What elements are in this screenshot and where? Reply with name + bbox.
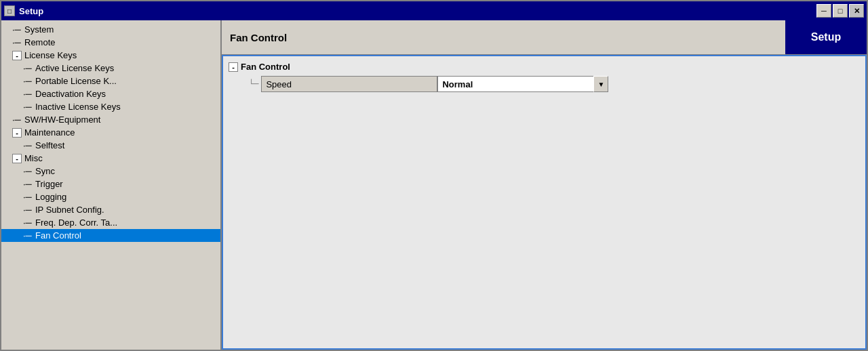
leaf-connector: ·─: [23, 76, 33, 86]
leaf-connector: ·─: [12, 24, 22, 35]
leaf-connector: ·─: [23, 63, 33, 73]
leaf-connector: ·─: [23, 166, 33, 176]
leaf-connector: ·─: [23, 89, 33, 99]
leaf-connector: ·─: [23, 230, 33, 241]
tree-panel: ·─ System ·─ Remote - License Keys ·─ Ac…: [1, 20, 222, 350]
sidebar-item-label: Remote: [24, 37, 56, 47]
sidebar-item-active-license-keys[interactable]: ·─ Active License Keys: [1, 62, 220, 75]
expand-icon[interactable]: -: [12, 51, 22, 60]
sidebar-item-label: Maintenance: [24, 127, 75, 138]
property-value: Normal ▼: [437, 76, 608, 92]
window-icon: □: [4, 5, 15, 16]
sidebar-item-portable-license-keys[interactable]: ·─ Portable License K...: [1, 75, 220, 87]
setup-button[interactable]: Setup: [785, 20, 867, 54]
sidebar-item-fan-control[interactable]: ·─ Fan Control: [1, 229, 220, 242]
title-bar: □ Setup ─ □ ✕: [1, 1, 867, 20]
sidebar-item-label: Deactivation Keys: [35, 89, 106, 99]
leaf-connector: ·─: [23, 140, 33, 150]
titlebar-buttons: ─ □ ✕: [816, 4, 864, 18]
property-label: Speed: [261, 76, 437, 92]
panel-title: Fan Control: [222, 26, 785, 49]
sidebar-item-label: Selftest: [35, 140, 64, 150]
property-connector: └─: [249, 79, 258, 89]
leaf-connector: ·─: [23, 205, 33, 215]
sidebar-item-label: Trigger: [35, 179, 63, 189]
leaf-connector: ·─: [12, 115, 22, 125]
expand-icon[interactable]: -: [12, 128, 22, 138]
sidebar-item-label: Misc: [24, 153, 43, 163]
minimize-button[interactable]: ─: [816, 4, 831, 18]
sidebar-item-swhw-equipment[interactable]: ·─ SW/HW-Equipment: [1, 113, 220, 126]
dropdown-arrow-icon[interactable]: ▼: [593, 76, 608, 92]
leaf-connector: ·─: [23, 102, 33, 112]
restore-button[interactable]: □: [833, 4, 848, 18]
sidebar-item-label: License Keys: [24, 50, 77, 60]
leaf-connector: ·─: [23, 192, 33, 202]
main-window: □ Setup ─ □ ✕ ·─ System ·─ Remote -: [0, 0, 868, 351]
fan-control-section: - Fan Control └─ Speed Normal ▼: [223, 56, 865, 98]
sidebar-item-selftest[interactable]: ·─ Selftest: [1, 139, 220, 152]
panel-header: Fan Control Setup: [222, 20, 867, 55]
sidebar-item-remote[interactable]: ·─ Remote: [1, 36, 220, 49]
sidebar-item-label: Inactive License Keys: [35, 102, 121, 112]
sidebar-item-label: Portable License K...: [35, 76, 117, 86]
main-content: ·─ System ·─ Remote - License Keys ·─ Ac…: [1, 20, 867, 350]
sidebar-item-misc[interactable]: - Misc: [1, 152, 220, 165]
sidebar-item-label: IP Subnet Config.: [35, 205, 104, 215]
section-expand-icon[interactable]: -: [229, 62, 238, 72]
leaf-connector: ·─: [12, 37, 22, 47]
sidebar-item-label: System: [24, 24, 54, 35]
property-row: └─ Speed Normal ▼: [249, 76, 860, 92]
leaf-connector: ·─: [23, 179, 33, 189]
expand-icon[interactable]: -: [12, 154, 22, 163]
sidebar-item-system[interactable]: ·─ System: [1, 23, 220, 36]
right-panel: Fan Control Setup - Fan Control └─ Speed: [222, 20, 867, 350]
section-header: - Fan Control: [229, 62, 860, 72]
sidebar-item-label: Freq. Dep. Corr. Ta...: [35, 218, 117, 228]
speed-dropdown[interactable]: Normal ▼: [437, 76, 608, 92]
content-area: - Fan Control └─ Speed Normal ▼: [222, 55, 867, 350]
sidebar-item-sync[interactable]: ·─ Sync: [1, 165, 220, 178]
sidebar-item-label: Logging: [35, 192, 66, 202]
sidebar-item-trigger[interactable]: ·─ Trigger: [1, 178, 220, 190]
sidebar-item-license-keys[interactable]: - License Keys: [1, 49, 220, 62]
sidebar-item-label: SW/HW-Equipment: [24, 115, 100, 125]
sidebar-item-deactivation-keys[interactable]: ·─ Deactivation Keys: [1, 87, 220, 100]
close-button[interactable]: ✕: [849, 4, 864, 18]
leaf-connector: ·─: [23, 218, 33, 228]
dropdown-selected-value: Normal: [437, 76, 593, 92]
sidebar-item-label: Active License Keys: [35, 63, 114, 73]
sidebar-item-inactive-license-keys[interactable]: ·─ Inactive License Keys: [1, 100, 220, 113]
window-title: Setup: [19, 6, 816, 16]
sidebar-item-label: Sync: [35, 166, 55, 176]
sidebar-item-maintenance[interactable]: - Maintenance: [1, 126, 220, 139]
sidebar-item-logging[interactable]: ·─ Logging: [1, 190, 220, 203]
sidebar-item-ip-subnet-config[interactable]: ·─ IP Subnet Config.: [1, 203, 220, 216]
sidebar-item-label: Fan Control: [35, 230, 81, 241]
section-title: Fan Control: [241, 62, 290, 72]
sidebar-item-freq-dep-corr[interactable]: ·─ Freq. Dep. Corr. Ta...: [1, 216, 220, 229]
